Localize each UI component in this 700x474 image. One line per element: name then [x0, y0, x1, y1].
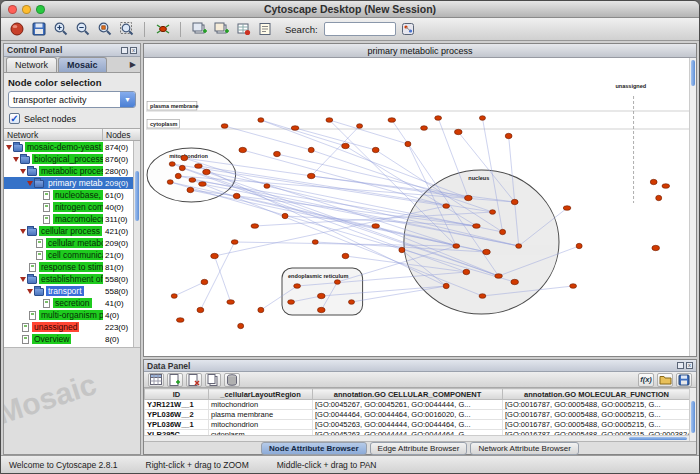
network-node[interactable] [490, 210, 496, 215]
network-node[interactable] [662, 184, 670, 189]
network-node[interactable] [221, 124, 228, 129]
network-node[interactable] [307, 173, 315, 178]
network-node[interactable] [435, 116, 442, 121]
network-node[interactable] [201, 279, 208, 284]
network-view-titlebar[interactable]: primary metabolic process [144, 44, 696, 58]
network-node[interactable] [348, 300, 354, 305]
new-network-view-button[interactable] [189, 20, 208, 39]
network-node[interactable] [473, 224, 481, 229]
network-node[interactable] [342, 253, 349, 258]
network-node[interactable] [495, 274, 503, 279]
network-node[interactable] [372, 147, 379, 152]
tree-row[interactable]: primary metabolic process209(0) [4, 177, 140, 189]
expand-collapse-icon[interactable] [20, 277, 26, 282]
close-window-button[interactable] [8, 5, 17, 14]
table-vertical-scrollbar[interactable] [689, 388, 696, 441]
network-node[interactable] [511, 199, 518, 204]
table-row[interactable]: YJR121W__1mitochondrion[GO:0045267, GO:0… [145, 400, 691, 410]
network-node[interactable] [405, 141, 411, 146]
network-node[interactable] [169, 162, 175, 167]
network-canvas[interactable]: plasma membranecytoplasmmitochondrionnuc… [144, 58, 696, 356]
network-node[interactable] [317, 307, 325, 312]
tree-row[interactable]: establishment of local...558(0) [4, 273, 140, 285]
tree-row[interactable]: secretion41(0) [4, 297, 140, 309]
select-attributes-button[interactable] [148, 373, 164, 387]
vizmapper-button[interactable] [399, 20, 418, 39]
network-node[interactable] [282, 213, 288, 218]
network-node[interactable] [342, 143, 350, 148]
network-node[interactable] [317, 293, 325, 298]
network-node[interactable] [288, 300, 295, 305]
network-node[interactable] [454, 129, 462, 134]
formula-builder-button[interactable]: f(x) [638, 373, 654, 387]
close-data-panel-icon[interactable]: x [686, 362, 693, 369]
column-header[interactable]: ID [145, 389, 209, 400]
zoom-fit-button[interactable] [117, 20, 136, 39]
network-node[interactable] [652, 245, 660, 250]
tree-row[interactable]: unassigned223(0) [4, 321, 140, 333]
node-color-attribute-select[interactable]: transporter activity ▼ [8, 91, 136, 108]
expand-collapse-icon[interactable] [27, 289, 33, 294]
float-panel-icon[interactable] [121, 47, 128, 54]
tab-network-attribute-browser[interactable]: Network Attribute Browser [470, 442, 578, 455]
network-node[interactable] [563, 206, 571, 211]
table-horizontal-scrollbar-thumb[interactable] [629, 437, 687, 440]
network-node[interactable] [197, 307, 204, 312]
expand-collapse-icon[interactable] [13, 157, 19, 162]
network-column-header[interactable]: Network [4, 129, 103, 140]
network-node[interactable] [312, 240, 318, 245]
network-node[interactable] [326, 118, 333, 123]
select-nodes-checkbox[interactable]: ✓ [9, 113, 20, 124]
import-table-button[interactable] [657, 373, 673, 387]
table-horizontal-scrollbar[interactable] [144, 435, 689, 441]
network-node[interactable] [291, 126, 299, 131]
zoom-out-button[interactable] [73, 20, 92, 39]
tab-node-attribute-browser[interactable]: Node Attribute Browser [261, 442, 367, 455]
zoom-window-button[interactable] [36, 5, 45, 14]
network-node[interactable] [576, 243, 582, 248]
network-node[interactable] [308, 147, 314, 152]
network-node[interactable] [656, 195, 662, 200]
tree-row[interactable]: multi-organism proce...4(0) [4, 309, 140, 321]
network-node[interactable] [388, 118, 396, 123]
table-vertical-scrollbar-thumb[interactable] [691, 401, 695, 433]
save-session-button[interactable] [29, 20, 48, 39]
network-node[interactable] [258, 118, 264, 123]
table-cell[interactable]: [GO:0016787, GO:0005488, GO:0005215, G..… [503, 400, 691, 410]
network-node[interactable] [421, 126, 428, 131]
network-node[interactable] [175, 173, 181, 178]
table-row[interactable]: YPL036W__2plasma membrane[GO:0044464, GO… [145, 410, 691, 420]
expand-collapse-icon[interactable] [27, 181, 33, 186]
attribute-table[interactable]: ID_cellularLayoutRegionannotation.GO CEL… [144, 388, 691, 441]
network-edge[interactable] [295, 128, 376, 150]
table-cell[interactable]: YJR121W__1 [145, 400, 209, 410]
table-row[interactable]: YPL036W__1mitochondrion[GO:0045263, GO:0… [145, 420, 691, 430]
network-node[interactable] [443, 283, 449, 288]
network-node[interactable] [211, 253, 219, 258]
network-node[interactable] [258, 307, 264, 312]
network-node[interactable] [294, 284, 301, 289]
column-header[interactable]: annotation.GO CELLULAR_COMPONENT [313, 389, 503, 400]
zoom-in-button[interactable] [51, 20, 70, 39]
column-header[interactable]: _cellularLayoutRegion [209, 389, 313, 400]
network-node[interactable] [264, 184, 270, 189]
tree-row[interactable]: macromolecule metab...311(0) [4, 213, 140, 225]
network-node[interactable] [479, 116, 485, 121]
network-edge[interactable] [261, 120, 346, 146]
network-node[interactable] [195, 164, 203, 169]
table-cell[interactable]: mitochondrion [209, 420, 313, 430]
tree-row[interactable]: mosaic-demo-yeast874(0) [4, 141, 140, 153]
network-node[interactable] [238, 323, 244, 328]
network-edge[interactable] [215, 256, 231, 302]
column-header[interactable]: annotation.GO MOLECULAR_FUNCTION [503, 389, 691, 400]
create-attribute-button[interactable] [167, 373, 183, 387]
expand-collapse-icon[interactable] [20, 229, 26, 234]
tree-row[interactable]: response to stimulus81(0) [4, 261, 140, 273]
import-network-button[interactable] [211, 20, 230, 39]
network-node[interactable] [239, 147, 247, 152]
zoom-selected-button[interactable] [95, 20, 114, 39]
export-table-button[interactable] [676, 373, 692, 387]
tab-scroll-right-icon[interactable]: ▶ [126, 57, 140, 72]
network-node[interactable] [181, 155, 188, 160]
tab-network[interactable]: Network [6, 57, 57, 72]
